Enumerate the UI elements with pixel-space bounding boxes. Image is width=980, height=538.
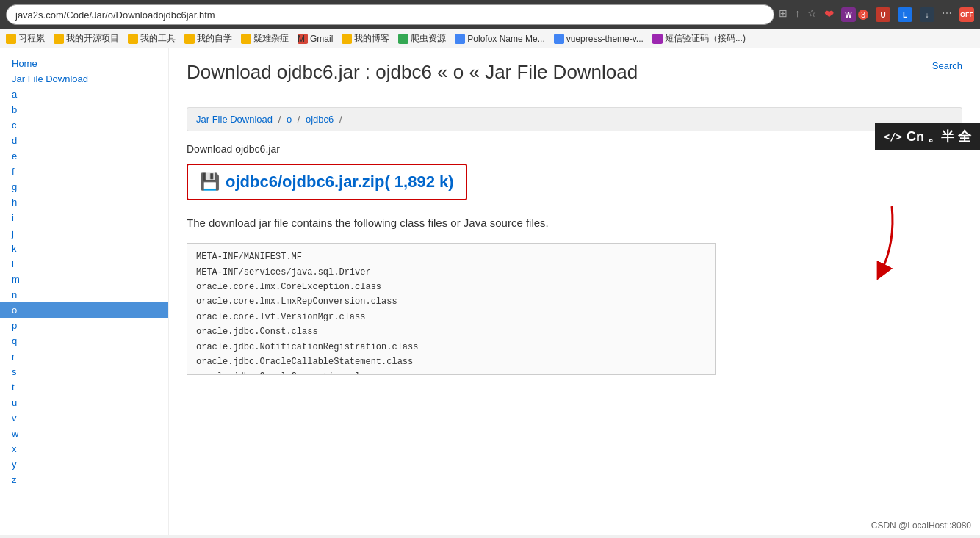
bookmark-label: 短信验证码（接码...) [665,32,746,45]
sidebar-item-r[interactable]: r [0,349,168,364]
bookmark-gmail[interactable]: M Gmail [298,34,333,44]
file-list-item: oracle.core.lmx.LmxRepConversion.class [196,294,706,309]
bookmark-icon [54,34,64,44]
bookmark-icon [6,34,16,44]
bookmark-problems[interactable]: 疑难杂症 [241,32,289,45]
gmail-icon: M [298,34,308,44]
sidebar-item-l[interactable]: l [0,256,168,272]
sidebar-item-o[interactable]: o [0,302,168,318]
bookmark-tools[interactable]: 我的工具 [128,32,176,45]
bookmark-self-learn[interactable]: 我的自学 [184,32,232,45]
sidebar-item-w[interactable]: w [0,426,168,441]
download-box[interactable]: 💾 ojdbc6/ojdbc6.jar.zip( 1,892 k) [187,164,467,200]
bookmark-icon [455,34,465,44]
breadcrumb-jar-file[interactable]: Jar File Download [196,114,273,125]
bookmark-label: 我的开源项目 [66,32,119,45]
sidebar-item-v[interactable]: v [0,410,168,426]
address-bar[interactable]: java2s.com/Code/Jar/o/Downloadojdbc6jar.… [6,4,774,25]
description-text: The download jar file contains the follo… [187,215,686,232]
bookmark-vuepress[interactable]: vuepress-theme-v... [554,34,644,44]
file-list-item: oracle.core.lmx.CoreException.class [196,280,706,294]
bookmark-icon [652,34,663,44]
bookmark-icon [128,34,138,44]
download-link[interactable]: ojdbc6/ojdbc6.jar.zip( 1,892 k) [226,172,454,192]
bookmark-label: Polofox Name Me... [467,34,544,44]
bookmark-icon [241,34,251,44]
file-list-item: META-INF/MANIFEST.MF [196,250,706,264]
ime-label: Cn 。半 全 [907,128,971,145]
sidebar-item-p[interactable]: p [0,318,168,333]
file-list-item: oracle.core.lvf.VersionMgr.class [196,310,706,324]
bookmark-icon [398,34,408,44]
sidebar-item-d[interactable]: d [0,133,168,148]
file-list-item: oracle.jdbc.Const.class [196,324,706,339]
sidebar-item-n[interactable]: n [0,287,168,302]
ext-off-icon[interactable]: OFF [959,7,974,22]
nav-icons: ⊞ ↑ ☆ ❤ W 3 U L ↓ ⋯ OFF [779,7,974,22]
bookmark-label: 我的自学 [197,32,232,45]
sidebar-item-x[interactable]: x [0,441,168,457]
sidebar-item-c[interactable]: c [0,117,168,133]
ext-red-icon[interactable]: U [876,7,890,22]
sidebar-item-g[interactable]: g [0,179,168,195]
ime-toolbar[interactable]: </> Cn 。半 全 [875,123,980,150]
sidebar-item-f[interactable]: f [0,164,168,179]
sidebar-item-k[interactable]: k [0,241,168,256]
ext-blue-icon[interactable]: L [898,7,912,22]
sidebar-letters: abcdefghijklmnopqrstuvwxyz [0,87,168,487]
ext-dark-icon[interactable]: ↓ [920,7,934,22]
bookmark-label: 我的工具 [140,32,176,45]
sidebar-item-z[interactable]: z [0,472,168,487]
breadcrumb-o[interactable]: o [287,114,292,125]
bookmark-icon [342,34,352,44]
sidebar-item-h[interactable]: h [0,195,168,210]
csdn-watermark: CSDN @LocalHost::8080 [871,520,971,531]
bookmark-label: 爬虫资源 [411,32,446,45]
sidebar-item-s[interactable]: s [0,364,168,379]
sidebar-item-m[interactable]: m [0,272,168,287]
file-list-box[interactable]: META-INF/MANIFEST.MFMETA-INF/services/ja… [187,243,716,375]
bookmark-label: 习程累 [18,32,45,45]
star-icon[interactable]: ☆ [807,7,817,22]
sidebar-item-home[interactable]: Home [0,56,168,71]
bookmark-label: 疑难杂症 [253,32,289,45]
sidebar-item-q[interactable]: q [0,333,168,349]
reader-icon[interactable]: ⊞ [779,7,788,22]
sidebar-item-a[interactable]: a [0,87,168,102]
breadcrumb-sep1: / [278,114,284,125]
bookmarks-bar: 习程累 我的开源项目 我的工具 我的自学 疑难杂症 M Gmail 我的博客 爬… [0,29,980,48]
bookmark-label: 我的博客 [354,32,389,45]
breadcrumb-sep2: / [298,114,303,125]
sidebar-item-t[interactable]: t [0,379,168,395]
sidebar-item-i[interactable]: i [0,210,168,225]
floppy-icon: 💾 [200,172,220,192]
bookmark-label: Gmail [310,34,333,44]
sidebar-item-e[interactable]: e [0,148,168,164]
file-list-item: META-INF/services/java.sql.Driver [196,265,706,280]
bookmark-xichenglu[interactable]: 习程累 [6,32,45,45]
bookmark-blog[interactable]: 我的博客 [342,32,389,45]
sidebar-item-j[interactable]: j [0,225,168,241]
annotation-arrow [848,203,907,286]
ext-icon-1[interactable]: W 3 [841,7,868,22]
sidebar-item-b[interactable]: b [0,102,168,117]
browser-chrome: java2s.com/Code/Jar/o/Downloadojdbc6jar.… [0,0,980,29]
address-bar-row: java2s.com/Code/Jar/o/Downloadojdbc6jar.… [6,4,974,29]
search-link[interactable]: Search [932,60,962,71]
bookmark-spider[interactable]: 爬虫资源 [398,32,446,45]
sidebar-item-u[interactable]: u [0,395,168,410]
sidebar-item-jar-file[interactable]: Jar File Download [0,71,168,87]
bookmark-polofox[interactable]: Polofox Name Me... [455,34,544,44]
sidebar-item-y[interactable]: y [0,457,168,472]
breadcrumb-ojdbc6[interactable]: ojdbc6 [306,114,334,125]
share-icon[interactable]: ↑ [795,7,800,22]
ext-extra-icon[interactable]: ⋯ [942,7,952,22]
file-list-item: oracle.jdbc.OracleCallableStatement.clas… [196,355,706,369]
file-list-item: oracle.jdbc.OracleConnection.class [196,369,706,375]
vivaldi-icon[interactable]: ❤ [824,7,834,22]
page-wrapper: Home Jar File Download abcdefghijklmnopq… [0,48,980,535]
bookmark-opensource[interactable]: 我的开源项目 [54,32,119,45]
bookmark-sms[interactable]: 短信验证码（接码...) [652,32,746,45]
file-list-item: oracle.jdbc.NotificationRegistration.cla… [196,340,706,355]
breadcrumb-bar: Jar File Download / o / ojdbc6 / [187,107,962,131]
